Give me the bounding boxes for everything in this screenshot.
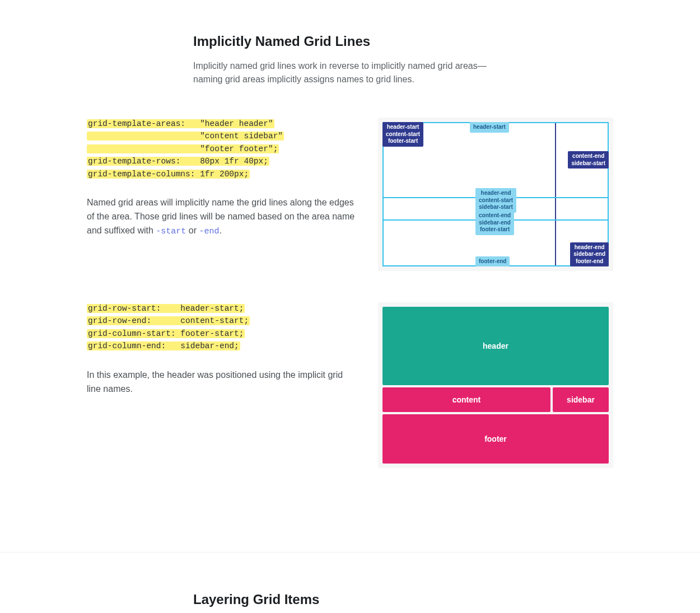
section-title: Implicitly Named Grid Lines [193, 34, 507, 49]
code-explain-2: In this example, the header was position… [87, 368, 356, 396]
inline-code-end: -end [199, 227, 219, 236]
label-row3: content-end sidebar-end footer-start [475, 210, 514, 235]
label-col3-row4-end: header-end sidebar-end footer-end [570, 242, 609, 267]
label-row1-start: header-start [470, 122, 509, 133]
section-divider [0, 552, 700, 553]
code-block-1: grid-template-areas: "header header" "co… [87, 118, 284, 180]
grid-layout-diagram: header content sidebar footer [378, 302, 613, 468]
label-row4-end: footer-end [475, 256, 510, 267]
section-title-2: Layering Grid Items [193, 592, 507, 607]
label-col2: content-end sidebar-start [568, 151, 609, 169]
grid-cell-sidebar: sidebar [553, 387, 609, 412]
label-row2: header-end content-start sidebar-start [475, 188, 516, 213]
section-lead: Implicitly named grid lines work in reve… [193, 59, 507, 86]
label-col1-row1-start: header-start content-start footer-start [382, 122, 423, 147]
grid-cell-header: header [382, 307, 609, 385]
code-explain-1: Named grid areas will implicitly name th… [87, 196, 356, 238]
grid-cell-footer: footer [382, 414, 609, 464]
grid-lines-diagram: header-start content-start footer-start … [378, 118, 613, 271]
grid-cell-content: content [382, 387, 550, 412]
inline-code-start: -start [156, 227, 186, 236]
code-block-2: grid-row-start: header-start; grid-row-e… [87, 302, 250, 353]
